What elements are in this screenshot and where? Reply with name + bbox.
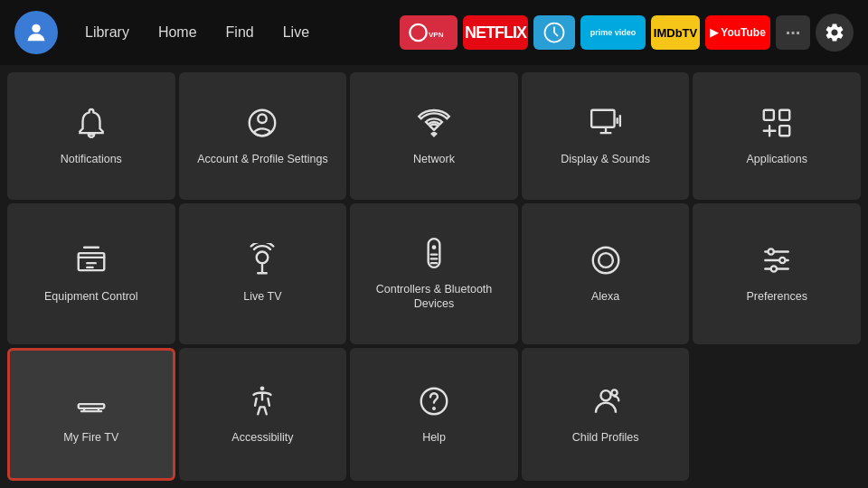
child-profile-icon — [589, 384, 623, 421]
user-avatar[interactable] — [14, 11, 58, 54]
svg-point-0 — [32, 24, 40, 33]
alexa-label: Alexa — [591, 289, 619, 304]
svg-point-1 — [410, 24, 426, 41]
prime-video-icon[interactable]: prime video — [580, 15, 646, 50]
top-navigation: Library Home Find Live VPN NETFLIX prime… — [0, 0, 868, 65]
more-apps-button[interactable]: ··· — [776, 15, 810, 50]
apps-icon — [760, 106, 794, 143]
svg-point-12 — [432, 246, 437, 250]
firetv-icon — [74, 384, 108, 421]
settings-accessibility[interactable]: Accessibility — [179, 348, 347, 481]
settings-notifications[interactable]: Notifications — [7, 72, 175, 200]
svg-rect-6 — [764, 109, 774, 119]
settings-network[interactable]: Network — [350, 72, 518, 200]
imdb-icon[interactable]: IMDbTV — [651, 15, 700, 50]
app-shortcuts: VPN NETFLIX prime video IMDbTV ▶ YouTube… — [400, 14, 854, 52]
live-tv-label: Live TV — [243, 289, 281, 304]
monitor-sound-icon — [589, 106, 623, 143]
notifications-label: Notifications — [61, 152, 122, 166]
freewheel-icon[interactable] — [533, 15, 575, 50]
help-icon — [417, 384, 451, 421]
svg-rect-24 — [79, 404, 105, 408]
settings-grid: Notifications Account & Profile Settings… — [0, 65, 868, 488]
settings-my-fire-tv[interactable]: My Fire TV — [7, 348, 175, 481]
svg-rect-5 — [591, 109, 614, 127]
settings-preferences[interactable]: Preferences — [693, 203, 861, 345]
svg-point-10 — [257, 252, 269, 264]
accessibility-label: Accessibility — [231, 430, 293, 445]
equipment-label: Equipment Control — [44, 289, 138, 304]
nav-live[interactable]: Live — [270, 19, 322, 46]
child-profiles-label: Child Profiles — [572, 430, 639, 445]
svg-point-25 — [260, 386, 265, 390]
wifi-icon — [417, 106, 451, 143]
settings-help[interactable]: Help — [350, 348, 518, 481]
preferences-label: Preferences — [746, 289, 807, 304]
svg-point-17 — [599, 253, 613, 267]
svg-point-27 — [433, 408, 435, 409]
settings-live-tv[interactable]: Live TV — [179, 203, 347, 345]
svg-point-28 — [600, 390, 610, 400]
svg-text:VPN: VPN — [429, 31, 444, 39]
settings-display-sounds[interactable]: Display & Sounds — [522, 72, 690, 200]
netflix-icon[interactable]: NETFLIX — [463, 15, 528, 50]
person-circle-icon — [245, 106, 279, 143]
settings-account[interactable]: Account & Profile Settings — [179, 72, 347, 200]
accessibility-icon — [245, 384, 279, 421]
nav-links: Library Home Find Live — [72, 19, 322, 46]
svg-point-22 — [779, 258, 785, 263]
settings-controllers[interactable]: Controllers & Bluetooth Devices — [350, 203, 518, 345]
svg-point-29 — [611, 389, 617, 395]
settings-button[interactable] — [816, 14, 854, 52]
settings-equipment[interactable]: Equipment Control — [7, 203, 175, 345]
settings-alexa[interactable]: Alexa — [522, 203, 690, 345]
svg-rect-7 — [779, 109, 789, 119]
expressvpn-icon[interactable]: VPN — [400, 15, 458, 50]
settings-applications[interactable]: Applications — [693, 72, 861, 200]
youtube-icon[interactable]: ▶ YouTube — [705, 15, 770, 50]
my-fire-tv-label: My Fire TV — [63, 430, 118, 445]
nav-home[interactable]: Home — [146, 19, 210, 46]
network-label: Network — [413, 152, 455, 166]
svg-point-23 — [771, 267, 777, 272]
bell-icon — [74, 106, 108, 143]
help-label: Help — [422, 430, 446, 445]
svg-rect-8 — [779, 126, 789, 136]
svg-point-21 — [769, 249, 774, 255]
controllers-label: Controllers & Bluetooth Devices — [359, 282, 509, 312]
account-label: Account & Profile Settings — [197, 152, 328, 166]
display-sounds-label: Display & Sounds — [561, 152, 650, 166]
remote-icon — [417, 236, 451, 273]
settings-child-profiles[interactable]: Child Profiles — [522, 348, 690, 481]
alexa-icon — [589, 243, 623, 280]
applications-label: Applications — [746, 152, 807, 166]
nav-find[interactable]: Find — [213, 19, 267, 46]
svg-point-16 — [592, 248, 618, 274]
tv-remote-icon — [74, 243, 108, 280]
nav-library[interactable]: Library — [72, 19, 142, 46]
antenna-icon — [245, 243, 279, 280]
svg-point-4 — [259, 114, 268, 123]
sliders-icon — [760, 243, 794, 280]
